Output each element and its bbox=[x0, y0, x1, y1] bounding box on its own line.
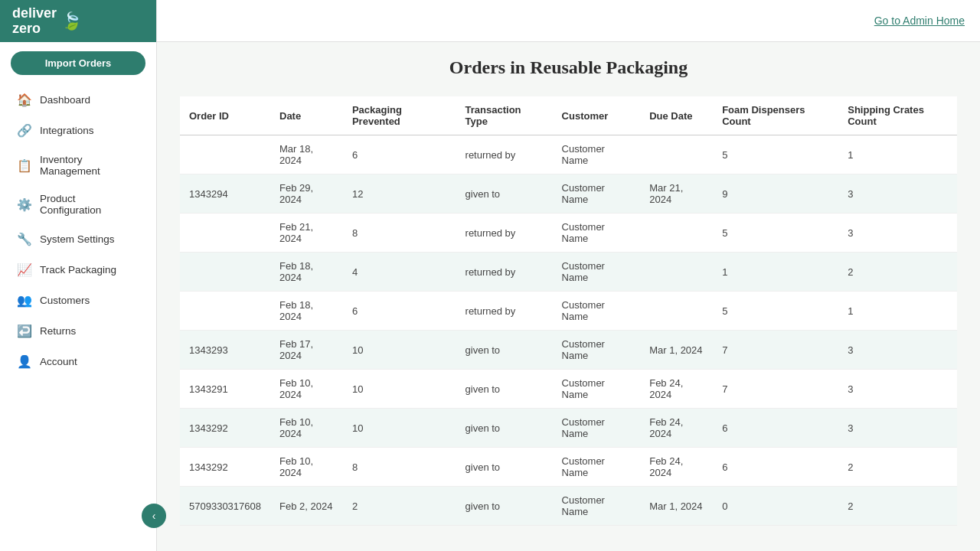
cell-transaction-type: returned by bbox=[456, 135, 553, 174]
cell-due-date bbox=[640, 292, 713, 331]
content-area: Orders in Reusable Packaging Order ID Da… bbox=[157, 42, 980, 551]
sidebar-item-product-config[interactable]: ⚙️ Product Configuration bbox=[5, 185, 152, 223]
cell-transaction-type: given to bbox=[456, 174, 553, 214]
cell-customer: Customer Name bbox=[553, 448, 641, 487]
cell-date: Mar 18, 2024 bbox=[270, 135, 343, 174]
cell-customer: Customer Name bbox=[553, 370, 641, 409]
cell-crates-count: 1 bbox=[838, 135, 957, 174]
sidebar-item-account[interactable]: 👤 Account bbox=[5, 347, 152, 377]
logo: deliverzero 🍃 bbox=[0, 0, 156, 42]
cell-customer: Customer Name bbox=[553, 214, 641, 253]
cell-crates-count: 3 bbox=[838, 174, 957, 214]
cell-customer: Customer Name bbox=[553, 292, 641, 331]
cell-due-date: Feb 24, 2024 bbox=[640, 409, 713, 448]
cell-packaging-prevented: 6 bbox=[343, 135, 456, 174]
cell-foam-count: 7 bbox=[713, 331, 838, 370]
col-header-crates-count: Shipping Crates Count bbox=[838, 96, 957, 135]
cell-transaction-type: given to bbox=[456, 487, 553, 526]
sidebar-item-label: Integrations bbox=[40, 125, 94, 136]
sidebar: deliverzero 🍃 Import Orders 🏠 Dashboard … bbox=[0, 0, 157, 551]
cell-date: Feb 17, 2024 bbox=[270, 331, 343, 370]
cell-date: Feb 29, 2024 bbox=[270, 174, 343, 214]
cell-order-id bbox=[180, 253, 270, 292]
logo-text: deliverzero bbox=[12, 5, 57, 36]
table-row: 1343292 Feb 10, 2024 8 given to Customer… bbox=[180, 448, 957, 487]
cell-due-date bbox=[640, 214, 713, 253]
cell-foam-count: 5 bbox=[713, 292, 838, 331]
cell-transaction-type: returned by bbox=[456, 253, 553, 292]
table-row: 1343292 Feb 10, 2024 10 given to Custome… bbox=[180, 409, 957, 448]
cell-foam-count: 6 bbox=[713, 448, 838, 487]
cell-order-id[interactable]: 1343291 bbox=[180, 370, 270, 409]
cell-order-id[interactable]: 5709330317608 bbox=[180, 487, 270, 526]
cell-customer: Customer Name bbox=[553, 253, 641, 292]
cell-transaction-type: given to bbox=[456, 331, 553, 370]
cell-date: Feb 18, 2024 bbox=[270, 292, 343, 331]
cell-foam-count: 5 bbox=[713, 214, 838, 253]
sidebar-item-system-settings[interactable]: 🔧 System Settings bbox=[5, 224, 152, 254]
sidebar-item-label: Track Packaging bbox=[40, 264, 116, 276]
cell-crates-count: 3 bbox=[838, 331, 957, 370]
cell-order-id[interactable]: 1343292 bbox=[180, 409, 270, 448]
col-header-date: Date bbox=[270, 96, 343, 135]
cell-packaging-prevented: 6 bbox=[343, 292, 456, 331]
cell-order-id[interactable]: 1343294 bbox=[180, 174, 270, 214]
cell-transaction-type: given to bbox=[456, 370, 553, 409]
cell-order-id bbox=[180, 214, 270, 253]
sidebar-item-label: Dashboard bbox=[40, 94, 90, 106]
sidebar-item-label: System Settings bbox=[40, 233, 115, 245]
cell-foam-count: 6 bbox=[713, 409, 838, 448]
import-orders-button[interactable]: Import Orders bbox=[11, 51, 145, 75]
cell-crates-count: 2 bbox=[838, 448, 957, 487]
home-icon: 🏠 bbox=[17, 93, 32, 107]
col-header-foam-count: Foam Dispensers Count bbox=[713, 96, 838, 135]
cell-crates-count: 1 bbox=[838, 292, 957, 331]
table-row: 1343294 Feb 29, 2024 12 given to Custome… bbox=[180, 174, 957, 214]
goto-admin-link[interactable]: Go to Admin Home bbox=[874, 15, 965, 27]
sidebar-item-customers[interactable]: 👥 Customers bbox=[5, 285, 152, 315]
cell-customer: Customer Name bbox=[553, 487, 641, 526]
sidebar-item-dashboard[interactable]: 🏠 Dashboard bbox=[5, 85, 152, 115]
inventory-icon: 📋 bbox=[17, 158, 32, 173]
cell-packaging-prevented: 12 bbox=[343, 174, 456, 214]
cell-order-id[interactable]: 1343292 bbox=[180, 448, 270, 487]
main-content: Go to Admin Home Orders in Reusable Pack… bbox=[157, 0, 980, 551]
sidebar-item-returns[interactable]: ↩️ Returns bbox=[5, 316, 152, 346]
table-row: 5709330317608 Feb 2, 2024 2 given to Cus… bbox=[180, 487, 957, 526]
sidebar-item-label: Product Configuration bbox=[40, 193, 139, 216]
sidebar-item-integrations[interactable]: 🔗 Integrations bbox=[5, 116, 152, 145]
cell-date: Feb 2, 2024 bbox=[270, 487, 343, 526]
cell-crates-count: 3 bbox=[838, 409, 957, 448]
system-settings-icon: 🔧 bbox=[17, 232, 32, 246]
col-header-transaction-type: Transaction Type bbox=[456, 96, 553, 135]
returns-icon: ↩️ bbox=[17, 324, 32, 338]
cell-foam-count: 1 bbox=[713, 253, 838, 292]
sidebar-item-track-packaging[interactable]: 📈 Track Packaging bbox=[5, 255, 152, 285]
cell-due-date bbox=[640, 253, 713, 292]
sidebar-collapse-button[interactable]: ‹ bbox=[142, 504, 166, 528]
sidebar-item-label: Returns bbox=[40, 325, 76, 337]
page-title: Orders in Reusable Packaging bbox=[180, 57, 957, 78]
table-row: Mar 18, 2024 6 returned by Customer Name… bbox=[180, 135, 957, 174]
customers-icon: 👥 bbox=[17, 293, 32, 308]
account-icon: 👤 bbox=[17, 354, 32, 369]
cell-packaging-prevented: 10 bbox=[343, 409, 456, 448]
cell-order-id[interactable]: 1343293 bbox=[180, 331, 270, 370]
cell-date: Feb 10, 2024 bbox=[270, 448, 343, 487]
cell-due-date: Mar 21, 2024 bbox=[640, 174, 713, 214]
sidebar-nav: 🏠 Dashboard 🔗 Integrations 📋 Inventory M… bbox=[0, 84, 156, 377]
table-row: Feb 18, 2024 6 returned by Customer Name… bbox=[180, 292, 957, 331]
cell-order-id bbox=[180, 135, 270, 174]
cell-customer: Customer Name bbox=[553, 135, 641, 174]
cell-customer: Customer Name bbox=[553, 331, 641, 370]
cell-foam-count: 7 bbox=[713, 370, 838, 409]
orders-table: Order ID Date Packaging Prevented Transa… bbox=[180, 96, 957, 526]
table-row: Feb 21, 2024 8 returned by Customer Name… bbox=[180, 214, 957, 253]
cell-order-id bbox=[180, 292, 270, 331]
sidebar-item-inventory[interactable]: 📋 Inventory Management bbox=[5, 146, 152, 184]
table-row: 1343291 Feb 10, 2024 10 given to Custome… bbox=[180, 370, 957, 409]
cell-due-date: Mar 1, 2024 bbox=[640, 487, 713, 526]
cell-due-date: Feb 24, 2024 bbox=[640, 448, 713, 487]
sidebar-item-label: Customers bbox=[40, 295, 90, 306]
cell-packaging-prevented: 4 bbox=[343, 253, 456, 292]
